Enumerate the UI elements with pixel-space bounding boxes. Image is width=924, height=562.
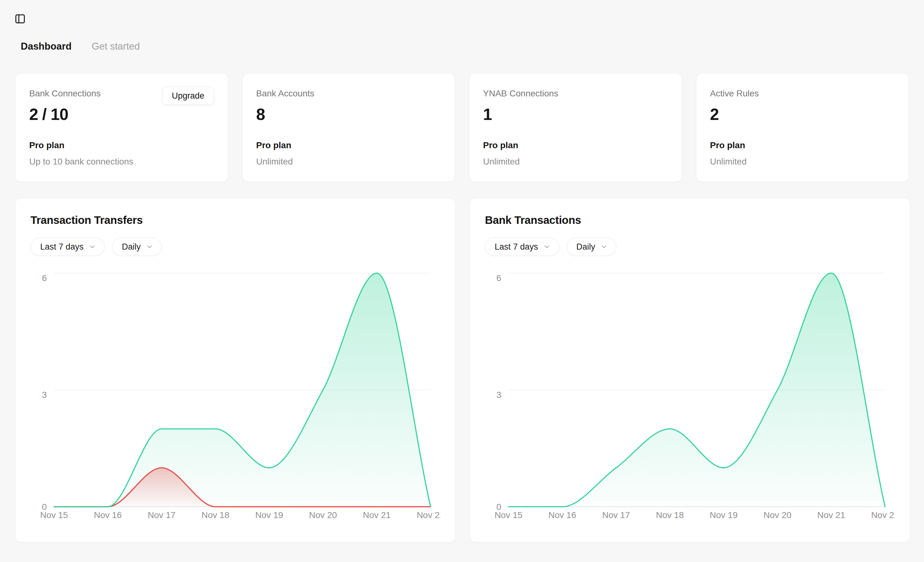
chevron-down-icon — [600, 243, 608, 250]
chart-filters: Last 7 days Daily — [30, 238, 440, 256]
stat-label: Bank Accounts — [256, 88, 441, 99]
range-filter-dropdown[interactable]: Last 7 days — [485, 238, 559, 256]
plan-name: Pro plan — [710, 140, 747, 150]
plan-info: Pro plan Unlimited — [710, 140, 747, 167]
svg-text:Nov 21: Nov 21 — [817, 510, 845, 520]
svg-text:Nov 19: Nov 19 — [710, 510, 738, 520]
svg-text:Nov 16: Nov 16 — [548, 510, 576, 520]
svg-text:Nov 20: Nov 20 — [764, 510, 792, 520]
chart-title: Bank Transactions — [485, 214, 895, 226]
plan-info: Pro plan Unlimited — [483, 140, 520, 167]
panel-left-icon — [15, 13, 26, 24]
range-filter-value: Last 7 days — [40, 242, 84, 252]
stat-value: 8 — [256, 105, 441, 124]
svg-text:6: 6 — [496, 273, 501, 283]
svg-text:Nov 18: Nov 18 — [656, 510, 684, 520]
svg-text:3: 3 — [496, 390, 501, 400]
chart-card-bank-transactions: Bank Transactions Last 7 days Daily 036N… — [470, 198, 910, 543]
tab-dashboard[interactable]: Dashboard — [21, 40, 72, 53]
plan-detail: Up to 10 bank connections — [29, 157, 134, 167]
interval-filter-value: Daily — [122, 242, 141, 252]
chart-card-transaction-transfers: Transaction Transfers Last 7 days Daily … — [15, 198, 456, 543]
plan-detail: Unlimited — [483, 157, 520, 167]
tab-bar: Dashboard Get started — [21, 40, 140, 53]
interval-filter-value: Daily — [576, 242, 595, 252]
stat-card-ynab-connections: YNAB Connections 1 Pro plan Unlimited — [469, 73, 682, 182]
area-chart-bank-transactions: 036Nov 15Nov 16Nov 17Nov 18Nov 19Nov 20N… — [485, 262, 895, 526]
stat-value: 2 / 10 — [29, 105, 214, 124]
stat-card-bank-accounts: Bank Accounts 8 Pro plan Unlimited — [242, 73, 455, 182]
stat-value: 1 — [483, 105, 668, 124]
interval-filter-dropdown[interactable]: Daily — [112, 238, 162, 256]
svg-text:Nov 15: Nov 15 — [495, 510, 523, 520]
tab-get-started[interactable]: Get started — [92, 40, 140, 53]
svg-text:Nov 19: Nov 19 — [255, 510, 283, 520]
chevron-down-icon — [543, 243, 550, 250]
chart-filters: Last 7 days Daily — [485, 238, 895, 256]
svg-text:6: 6 — [42, 273, 47, 283]
svg-text:Nov 17: Nov 17 — [148, 510, 176, 520]
plan-name: Pro plan — [256, 140, 293, 150]
area-chart-transaction-transfers: 036Nov 15Nov 16Nov 17Nov 18Nov 19Nov 20N… — [30, 262, 440, 526]
stats-row: Bank Connections Upgrade 2 / 10 Pro plan… — [15, 73, 909, 182]
svg-text:Nov 22: Nov 22 — [417, 510, 440, 520]
svg-text:Nov 15: Nov 15 — [40, 510, 68, 520]
plan-detail: Unlimited — [710, 157, 747, 167]
svg-text:Nov 17: Nov 17 — [602, 510, 630, 520]
charts-row: Transaction Transfers Last 7 days Daily … — [15, 198, 909, 543]
stat-card-active-rules: Active Rules 2 Pro plan Unlimited — [696, 73, 909, 182]
chart-title: Transaction Transfers — [30, 214, 440, 226]
interval-filter-dropdown[interactable]: Daily — [567, 238, 616, 256]
stat-card-bank-connections: Bank Connections Upgrade 2 / 10 Pro plan… — [15, 73, 228, 182]
svg-text:Nov 16: Nov 16 — [94, 510, 122, 520]
plan-info: Pro plan Up to 10 bank connections — [29, 140, 134, 167]
svg-text:3: 3 — [42, 390, 47, 400]
chevron-down-icon — [146, 243, 153, 250]
svg-text:Nov 20: Nov 20 — [309, 510, 337, 520]
plan-info: Pro plan Unlimited — [256, 140, 293, 167]
stat-label: Active Rules — [710, 88, 895, 99]
plan-name: Pro plan — [483, 140, 520, 150]
chevron-down-icon — [88, 243, 96, 250]
svg-text:Nov 22: Nov 22 — [871, 510, 895, 520]
plan-detail: Unlimited — [256, 157, 293, 167]
sidebar-toggle-button[interactable] — [13, 11, 28, 26]
range-filter-value: Last 7 days — [495, 242, 538, 252]
svg-text:Nov 21: Nov 21 — [363, 510, 391, 520]
stat-value: 2 — [710, 105, 895, 124]
upgrade-button[interactable]: Upgrade — [162, 87, 214, 105]
stat-label: YNAB Connections — [483, 88, 668, 99]
plan-name: Pro plan — [29, 140, 134, 150]
svg-text:Nov 18: Nov 18 — [201, 510, 229, 520]
range-filter-dropdown[interactable]: Last 7 days — [30, 238, 105, 256]
